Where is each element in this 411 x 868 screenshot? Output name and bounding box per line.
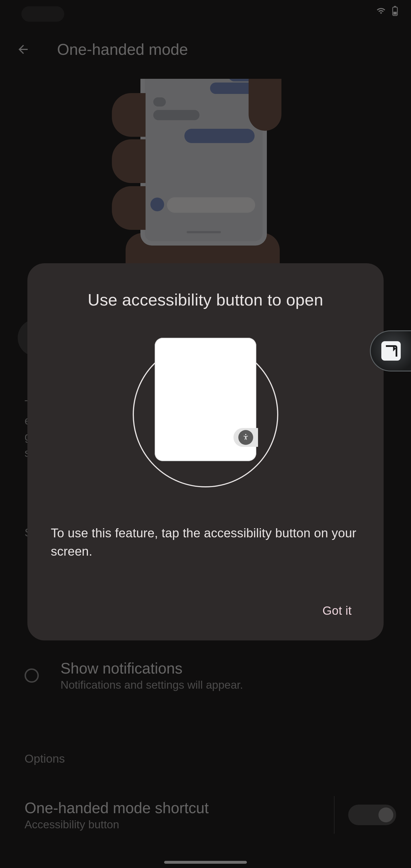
accessibility-icon: [242, 433, 249, 442]
dialog-illustration: [133, 342, 278, 487]
accessibility-dialog: Use accessibility button to open To use …: [27, 263, 384, 641]
phone-outline: [155, 338, 256, 461]
dialog-title: Use accessibility button to open: [51, 290, 360, 309]
svg-point-3: [245, 434, 246, 435]
got-it-button[interactable]: Got it: [314, 598, 360, 624]
dialog-body: To use this feature, tap the accessibili…: [51, 524, 360, 560]
accessibility-chip: [233, 428, 258, 447]
floating-accessibility-shortcut[interactable]: [370, 330, 411, 371]
one-handed-icon: [381, 341, 401, 361]
